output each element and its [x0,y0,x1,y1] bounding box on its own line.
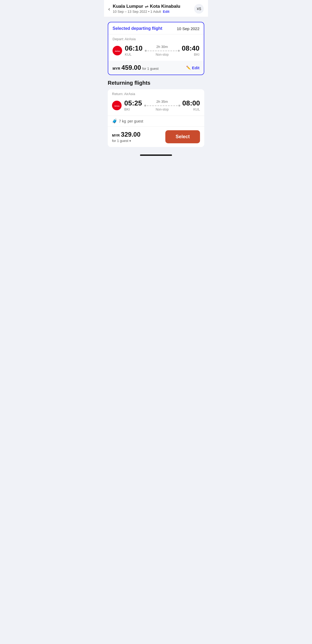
for-guest-label: for 1 guest [112,139,128,143]
svg-text:AirAsia: AirAsia [115,50,120,52]
departing-flight-middle: 2h 30m Non-stop [143,45,182,56]
flight-dashed-line [147,51,177,51]
departing-depart-info: 06:10 KUL [125,45,143,56]
departing-card-date: 10 Sep 2022 [177,26,199,31]
return-stops: Non-stop [156,108,169,111]
route-info: Kuala Lumpur ⇌ Kota Kinabalu 10 Sep – 13… [113,4,181,14]
return-depart-dot [144,105,146,107]
route-subtitle: 10 Sep – 13 Sep 2022 • 1 Adult Edit [113,10,181,14]
departing-price-currency: MYR [113,67,120,71]
departing-edit-button[interactable]: ✏️ Edit [186,66,199,70]
svg-text:AirAsia: AirAsia [114,105,119,107]
departing-depart-code: KUL [125,52,131,56]
departing-card-header: Selected departing flight 10 Sep 2022 [108,22,204,34]
return-duration: 2h 35m [156,100,168,104]
return-flight-card: Return: AirAsia AirAsia 05:25 BKI 2h 35m [108,89,204,147]
origin-label: Kuala Lumpur [113,4,143,9]
return-flight-row: AirAsia 05:25 BKI 2h 35m Non-stop 08:00 … [108,97,204,116]
departing-price-block: MYR 459.00 for 1 guest [113,64,159,71]
airasia-logo-svg: AirAsia [114,47,121,54]
baggage-weight: 7 kg [119,119,126,123]
header-left: ‹ Kuala Lumpur ⇌ Kota Kinabalu 10 Sep – … [108,4,180,14]
return-depart-info: 05:25 BKI [124,100,142,111]
baggage-row: 🧳 7 kg per guest [108,116,204,127]
main-content: Selected departing flight 10 Sep 2022 De… [104,17,208,151]
departing-duration: 2h 30m [156,45,168,49]
back-button[interactable]: ‹ [108,6,110,11]
return-flight-line [144,105,180,107]
select-button[interactable]: Select [165,130,200,143]
currency-icon: ¥$ [197,6,201,11]
departing-arrive-code: BKI [194,52,199,56]
return-depart-time: 05:25 [124,100,142,107]
departing-airline-logo: AirAsia [113,46,122,55]
return-flight-middle: 2h 35m Non-stop [142,100,182,111]
return-arrive-dot [178,105,180,107]
departing-price-amount: 459.00 [121,64,141,71]
edit-pencil-icon: ✏️ [186,66,191,70]
route-title: Kuala Lumpur ⇌ Kota Kinabalu [113,4,181,9]
header: ‹ Kuala Lumpur ⇌ Kota Kinabalu 10 Sep – … [104,0,208,17]
return-arrive-code: KUL [193,107,200,111]
departing-price-suffix: for 1 guest [142,67,158,71]
return-airline-label: Return: AirAsia [108,89,204,97]
departing-card-title: Selected departing flight [113,26,162,31]
baggage-icon: 🧳 [112,119,117,124]
return-price-amount: 329.00 [121,131,140,138]
return-airasia-logo-svg: AirAsia [113,102,121,109]
departing-edit-label: Edit [192,66,199,70]
departing-flight-row: AirAsia 06:10 KUL 2h 30m Non-stop 08:40 … [108,42,204,61]
departing-price-row: MYR 459.00 for 1 guest ✏️ Edit [108,61,204,75]
departing-stops: Non-stop [156,53,169,56]
return-dashed-line [147,105,178,106]
departing-airline-label: Depart: AirAsia [108,34,204,42]
departing-flight-line [145,50,180,52]
departing-flight-card: Selected departing flight 10 Sep 2022 De… [108,22,204,75]
header-edit-link[interactable]: Edit [163,10,170,14]
return-price-line: MYR 329.00 [112,131,141,138]
route-arrow-icon: ⇌ [145,4,148,9]
return-arrive-time: 08:00 [182,100,200,107]
return-card-bottom: MYR 329.00 for 1 guest ▾ Select [108,127,204,147]
departing-depart-time: 06:10 [125,45,143,52]
departing-arrive-time: 08:40 [182,45,200,52]
for-guest-dropdown[interactable]: for 1 guest ▾ [112,139,141,143]
baggage-suffix: per guest [127,119,143,123]
returning-section-title: Returning flights [108,80,204,86]
trip-dates: 10 Sep – 13 Sep 2022 • 1 Adult [113,10,161,14]
return-price-block: MYR 329.00 for 1 guest ▾ [112,131,141,143]
chevron-down-icon: ▾ [129,139,131,143]
arrive-dot [178,50,180,52]
return-airline-logo: AirAsia [112,101,122,110]
home-indicator [140,154,172,156]
departing-arrive-info: 08:40 BKI [182,45,200,56]
return-price-currency: MYR [112,133,120,137]
return-arrive-info: 08:00 KUL [182,100,200,111]
return-depart-code: BKI [124,107,130,111]
destination-label: Kota Kinabalu [150,4,180,9]
depart-dot [145,50,147,52]
currency-button[interactable]: ¥$ [194,4,204,14]
